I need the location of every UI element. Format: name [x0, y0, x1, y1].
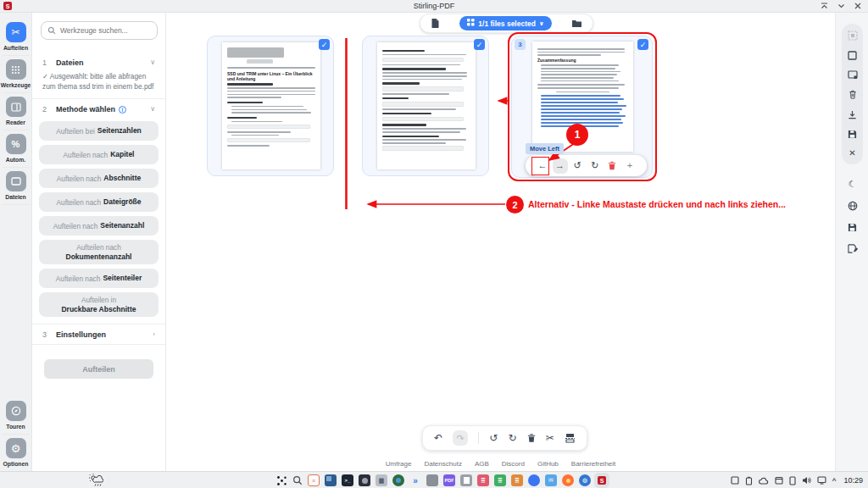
footer-link-github[interactable]: GitHub [537, 460, 559, 468]
rail-item-automation[interactable]: % Autom. [3, 130, 30, 168]
save-file-icon[interactable] [848, 223, 857, 232]
app-icon-archive[interactable] [426, 474, 438, 486]
app-icon-files[interactable] [460, 474, 472, 486]
app-icon-document-editor[interactable]: ≡ [308, 474, 320, 486]
weather-widget-icon[interactable] [89, 474, 103, 488]
deselect-icon[interactable]: ✕ [849, 149, 855, 158]
footer-link-discord[interactable]: Discord [502, 460, 525, 468]
app-icon-red-document[interactable]: ≣ [477, 474, 489, 486]
search-input[interactable] [60, 26, 151, 35]
method-name: Seitenteiler [103, 274, 142, 283]
step1-header[interactable]: 1 Dateien ∨ [32, 53, 165, 72]
dark-mode-moon-icon[interactable]: ☾ [849, 180, 857, 189]
clipboard-tray-icon[interactable] [731, 476, 739, 485]
pdf-page-card-1[interactable]: SSD und TRIM unter Linux – Ein Überblick… [207, 36, 334, 176]
footer-link-umfrage[interactable]: Umfrage [386, 460, 412, 468]
language-globe-icon[interactable] [848, 201, 858, 211]
app-icon-mail[interactable]: ✉ [545, 474, 557, 486]
info-icon[interactable]: i [119, 106, 126, 114]
step3-header[interactable]: 3 Einstellungen › [32, 324, 165, 344]
search-icon[interactable] [292, 475, 303, 485]
battery-tray-icon[interactable] [745, 476, 753, 485]
right-tool-rail: ✕ ☾ [835, 13, 868, 471]
workspace: 1/1 files selected ∨ SSD und TRIM unter … [166, 13, 835, 471]
compass-icon [6, 401, 26, 421]
split-scissors-button[interactable]: ✂ [546, 433, 554, 443]
split-pages-button[interactable] [565, 433, 576, 443]
app-icon-earth-browser[interactable] [392, 474, 404, 486]
rail-item-optionen[interactable]: ⚙ Optionen [3, 435, 30, 471]
tray-expand-caret-icon[interactable]: ^ [832, 477, 837, 485]
app-icon-orange-document[interactable]: ≣ [511, 474, 523, 486]
pdf-page-card-2[interactable]: ✓ [362, 36, 489, 176]
display-tray-icon[interactable] [817, 476, 826, 485]
undo-button[interactable]: ↶ [434, 433, 442, 443]
card3-highlight-rect [508, 32, 657, 181]
gear-icon: ⚙ [6, 438, 26, 458]
grid-icon [467, 19, 475, 28]
app-icon-terminal[interactable]: >_ [342, 474, 353, 486]
rail-item-dateien[interactable]: Dateien [3, 168, 30, 205]
method-button-seitenteiler[interactable]: Aufteilen nachSeitenteiler [39, 269, 159, 288]
redo-button[interactable]: ↷ [453, 430, 468, 446]
rotate-cw-button[interactable]: ↻ [509, 433, 517, 443]
method-name: Dokumentenanzahl [66, 252, 132, 262]
rotate-ccw-button[interactable]: ↺ [489, 433, 498, 443]
redacted-block [247, 59, 273, 64]
app-launcher-icon[interactable] [276, 475, 287, 486]
app-icon-pdf-viewer[interactable]: PDF [443, 474, 455, 486]
app-icon-green-document[interactable]: ≣ [494, 474, 506, 486]
app-icon-firefox[interactable] [562, 474, 574, 486]
app-icon-panel-tool[interactable] [325, 474, 337, 486]
rail-item-reader[interactable]: Reader [3, 93, 30, 130]
folder-open-icon[interactable] [571, 19, 582, 28]
rail-item-touren[interactable]: Touren [3, 397, 30, 435]
method-name: Kapitel [110, 150, 134, 159]
rail-item-werkzeuge[interactable]: Werkzeuge [3, 56, 30, 93]
method-prefix: Aufteilen nach [57, 175, 102, 183]
tool-search-box[interactable] [41, 21, 158, 40]
method-button-dateigroesse[interactable]: Aufteilen nachDateigröße [39, 192, 159, 212]
footer-link-agb[interactable]: AGB [475, 460, 489, 468]
download-icon[interactable] [848, 110, 857, 119]
app-icon-media-app[interactable] [359, 474, 370, 486]
step2-header[interactable]: 2 Methode wähleni ∨ [32, 99, 165, 119]
export-image-icon[interactable] [848, 70, 858, 80]
method-name: Dateigröße [103, 197, 141, 207]
save-as-edit-icon[interactable] [848, 244, 858, 254]
device-tray-icon[interactable] [789, 476, 796, 485]
app-icon-chat[interactable] [528, 474, 540, 486]
calendar-tray-icon[interactable] [775, 476, 783, 485]
app-icon-web-globe[interactable]: ◍ [579, 474, 591, 486]
document-icon[interactable] [431, 18, 440, 29]
aufteilen-submit-button[interactable]: Aufteilen [44, 359, 153, 379]
app-icon-stirling-pdf[interactable]: S [596, 474, 608, 486]
method-button-seitenanzahl[interactable]: Aufteilen nachSeitenanzahl [39, 216, 159, 236]
minimize-icon[interactable] [837, 3, 845, 9]
cloud-sync-tray-icon[interactable] [759, 477, 769, 485]
save-icon[interactable] [848, 130, 857, 139]
move-left-tooltip: Move Left [526, 143, 564, 154]
app-icon-vehicle-app[interactable]: ▆ [376, 474, 387, 486]
keep-above-icon[interactable] [821, 3, 828, 9]
footer-link-datenschutz[interactable]: Datenschutz [424, 460, 461, 468]
method-button-seitenzahlen[interactable]: Aufteilen beiSeitenzahlen [39, 121, 159, 141]
scissors-icon: ✂ [6, 22, 26, 42]
footer-link-barrierefreiheit[interactable]: Barrierefreiheit [571, 460, 615, 468]
volume-tray-icon[interactable] [802, 476, 811, 485]
rail-item-aufteilen[interactable]: ✂ Aufteilen [3, 19, 30, 56]
select-all-icon[interactable] [848, 30, 858, 41]
trash-icon[interactable] [849, 90, 857, 99]
method-button-druckbare-abschnitte[interactable]: Aufteilen inDruckbare Abschnitte [39, 292, 159, 317]
close-window-icon[interactable] [854, 3, 861, 9]
app-icon-kde-connect[interactable]: » [409, 474, 421, 486]
page-checkbox[interactable]: ✓ [319, 39, 330, 50]
method-button-abschnitte[interactable]: Aufteilen nachAbschnitte [39, 169, 159, 188]
files-selected-button[interactable]: 1/1 files selected ∨ [459, 16, 551, 30]
page-checkbox[interactable]: ✓ [474, 39, 485, 50]
delete-button[interactable] [527, 433, 536, 443]
method-button-dokumentenanzahl[interactable]: Aufteilen nachDokumentenanzahl [39, 240, 159, 264]
window-title: Stirling-PDF [0, 2, 868, 10]
method-button-kapitel[interactable]: Aufteilen nachKapitel [39, 145, 159, 164]
select-box-icon[interactable] [848, 51, 857, 60]
